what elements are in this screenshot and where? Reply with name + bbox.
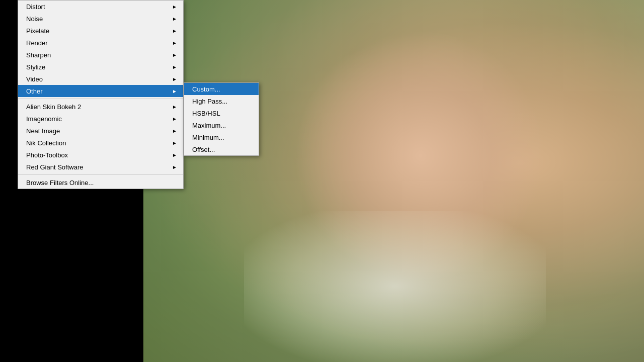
arrow-red-giant: ► — [172, 164, 177, 170]
menu-label-sharpen: Sharpen — [26, 51, 51, 59]
menu-item-video[interactable]: Video ► — [18, 73, 183, 85]
submenu-label-offset: Offset... — [192, 146, 215, 153]
filter-menu: Distort ► Noise ► Pixelate ► Render ► Sh… — [18, 0, 184, 189]
other-submenu: Custom... High Pass... HSB/HSL Maximum..… — [184, 82, 259, 156]
white-area — [244, 211, 546, 362]
menu-label-other: Other — [26, 87, 43, 95]
arrow-sharpen: ► — [172, 52, 177, 58]
arrow-alien-skin: ► — [172, 104, 177, 110]
menu-item-other[interactable]: Other ► — [18, 85, 183, 97]
menu-label-red-giant: Red Giant Software — [26, 163, 83, 171]
menu-label-alien-skin: Alien Skin Bokeh 2 — [26, 103, 81, 111]
menu-label-distort: Distort — [26, 3, 45, 11]
menu-label-noise: Noise — [26, 15, 43, 23]
menu-divider-2 — [18, 174, 183, 175]
menu-item-render[interactable]: Render ► — [18, 37, 183, 49]
arrow-stylize: ► — [172, 64, 177, 70]
arrow-video: ► — [172, 76, 177, 82]
menu-label-nik-collection: Nik Collection — [26, 139, 66, 147]
menu-label-render: Render — [26, 39, 48, 47]
menu-label-photo-toolbox: Photo-Toolbox — [26, 151, 68, 159]
arrow-render: ► — [172, 40, 177, 46]
menu-item-sharpen[interactable]: Sharpen ► — [18, 49, 183, 61]
menu-item-nik-collection[interactable]: Nik Collection ► — [18, 137, 183, 149]
arrow-photo-toolbox: ► — [172, 152, 177, 158]
arrow-nik-collection: ► — [172, 140, 177, 146]
menu-divider-1 — [18, 99, 183, 99]
menu-item-stylize[interactable]: Stylize ► — [18, 61, 183, 73]
submenu-item-high-pass[interactable]: High Pass... — [184, 95, 259, 107]
arrow-distort: ► — [172, 4, 177, 10]
arrow-other: ► — [172, 88, 177, 94]
menu-item-distort[interactable]: Distort ► — [18, 1, 183, 13]
menu-label-stylize: Stylize — [26, 63, 45, 71]
submenu-label-maximum: Maximum... — [192, 122, 226, 129]
submenu-label-hsb-hsl: HSB/HSL — [192, 110, 220, 117]
submenu-item-minimum[interactable]: Minimum... — [184, 131, 259, 143]
menu-label-pixelate: Pixelate — [26, 27, 49, 35]
menu-item-photo-toolbox[interactable]: Photo-Toolbox ► — [18, 149, 183, 161]
arrow-imagenomic: ► — [172, 116, 177, 122]
menu-item-red-giant[interactable]: Red Giant Software ► — [18, 161, 183, 173]
submenu-label-minimum: Minimum... — [192, 134, 224, 141]
menu-item-neat-image[interactable]: Neat Image ► — [18, 125, 183, 137]
arrow-noise: ► — [172, 16, 177, 22]
menu-item-browse-filters[interactable]: Browse Filters Online... — [18, 176, 183, 189]
menu-item-imagenomic[interactable]: Imagenomic ► — [18, 113, 183, 125]
arrow-neat-image: ► — [172, 128, 177, 134]
submenu-label-custom: Custom... — [192, 85, 220, 93]
arrow-pixelate: ► — [172, 28, 177, 34]
submenu-label-high-pass: High Pass... — [192, 98, 227, 105]
submenu-item-custom[interactable]: Custom... — [184, 83, 259, 95]
menu-label-imagenomic: Imagenomic — [26, 115, 62, 123]
menu-label-video: Video — [26, 75, 43, 83]
submenu-item-hsb-hsl[interactable]: HSB/HSL — [184, 107, 259, 119]
menu-label-neat-image: Neat Image — [26, 127, 60, 135]
menu-item-noise[interactable]: Noise ► — [18, 13, 183, 25]
submenu-item-maximum[interactable]: Maximum... — [184, 119, 259, 131]
submenu-item-offset[interactable]: Offset... — [184, 143, 259, 155]
menu-item-pixelate[interactable]: Pixelate ► — [18, 25, 183, 37]
menu-item-alien-skin[interactable]: Alien Skin Bokeh 2 ► — [18, 101, 183, 113]
menu-label-browse-filters: Browse Filters Online... — [26, 179, 94, 187]
photo-background — [143, 0, 644, 362]
